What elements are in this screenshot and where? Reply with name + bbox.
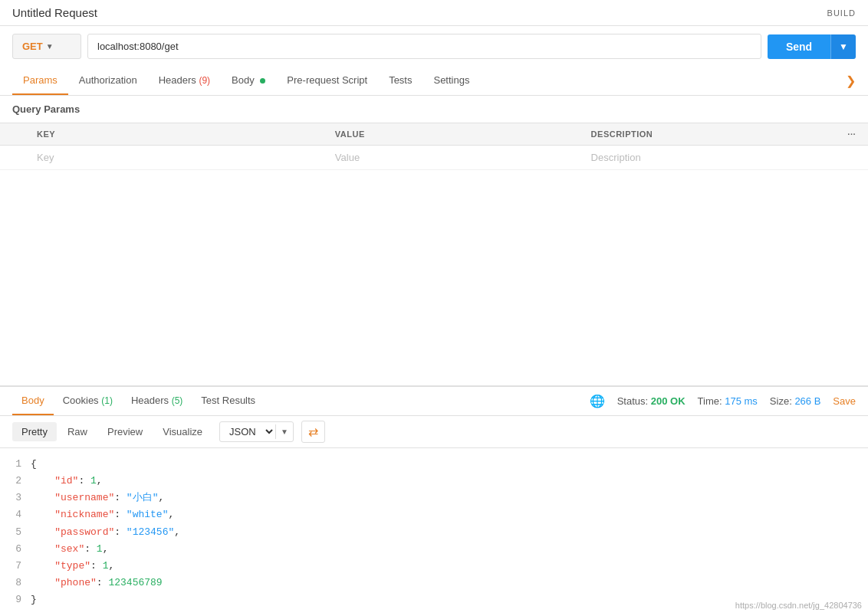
response-tab-headers[interactable]: Headers (5): [122, 387, 192, 415]
tab-settings[interactable]: Settings: [422, 67, 480, 95]
response-tab-testresults[interactable]: Test Results: [192, 387, 265, 415]
tab-body[interactable]: Body: [221, 67, 276, 95]
json-line-5: "password": "123456",: [31, 524, 868, 541]
col-desc-header: DESCRIPTION: [579, 123, 836, 146]
tab-headers[interactable]: Headers (9): [148, 67, 221, 95]
request-title: Untitled Request: [12, 6, 97, 19]
tab-authorization[interactable]: Authorization: [68, 67, 148, 95]
format-tab-preview[interactable]: Preview: [98, 422, 152, 441]
url-input[interactable]: [87, 34, 761, 59]
time-label: Time: 175 ms: [698, 395, 758, 407]
send-button-group: Send ▼: [768, 34, 856, 59]
format-tab-visualize[interactable]: Visualize: [153, 422, 212, 441]
tab-params[interactable]: Params: [12, 67, 68, 95]
response-status: 🌐 Status: 200 OK Time: 175 ms Size: 266 …: [590, 394, 856, 408]
col-value-header: VALUE: [323, 123, 579, 146]
size-value: 266 B: [794, 395, 820, 407]
size-label: Size: 266 B: [770, 395, 821, 407]
json-line-7: "type": 1,: [31, 558, 868, 575]
format-select-container: JSON XML HTML Text ▼: [219, 421, 294, 442]
globe-icon[interactable]: 🌐: [590, 394, 605, 408]
wrap-button[interactable]: ⇄: [301, 421, 325, 443]
value-cell[interactable]: Value: [323, 146, 579, 170]
format-tab-pretty[interactable]: Pretty: [12, 422, 57, 441]
status-value: 200 OK: [651, 395, 686, 407]
method-chevron-icon: ▼: [46, 42, 54, 51]
json-line-6: "sex": 1,: [31, 541, 868, 558]
json-line-1: {: [31, 456, 868, 473]
empty-area: [0, 170, 868, 385]
json-line-3: "username": "小白",: [31, 490, 868, 506]
query-params-title: Query Params: [0, 96, 868, 123]
response-tabs: Body Cookies (1) Headers (5) Test Result…: [0, 387, 868, 416]
response-tab-cookies[interactable]: Cookies (1): [54, 387, 122, 415]
request-tabs: Params Authorization Headers (9) Body Pr…: [0, 67, 868, 96]
tab-prerequest[interactable]: Pre-request Script: [276, 67, 378, 95]
desc-cell[interactable]: Description: [579, 146, 836, 170]
col-actions-header: ···: [835, 123, 868, 146]
url-bar: GET ▼ Send ▼: [0, 26, 868, 67]
format-tabs-row: Pretty Raw Preview Visualize JSON XML HT…: [0, 416, 868, 448]
time-value: 175 ms: [725, 395, 758, 407]
send-button[interactable]: Send: [768, 34, 830, 59]
key-cell[interactable]: Key: [25, 146, 323, 170]
table-row: Key Value Description: [0, 146, 868, 170]
format-select[interactable]: JSON XML HTML Text: [220, 422, 275, 441]
format-select-arrow-icon: ▼: [275, 424, 293, 439]
request-header: Untitled Request BUILD: [0, 0, 868, 26]
actions-cell: [835, 146, 868, 170]
col-checkbox: [0, 123, 25, 146]
line-numbers: 1 2 3 4 5 6 7 8 9: [0, 456, 31, 608]
row-checkbox-cell: [0, 146, 25, 170]
method-label: GET: [22, 41, 43, 52]
json-line-2: "id": 1,: [31, 473, 868, 490]
tabs-overflow[interactable]: ❯: [846, 74, 856, 88]
response-section: Body Cookies (1) Headers (5) Test Result…: [0, 385, 868, 616]
watermark: https://blog.csdn.net/jg_42804736: [735, 601, 862, 610]
col-key-header: KEY: [25, 123, 323, 146]
tab-tests[interactable]: Tests: [378, 67, 422, 95]
method-selector[interactable]: GET ▼: [12, 34, 81, 59]
json-line-4: "nickname": "white",: [31, 506, 868, 523]
send-dropdown-button[interactable]: ▼: [830, 34, 856, 59]
save-response-button[interactable]: Save: [833, 395, 856, 407]
response-tab-body[interactable]: Body: [12, 387, 54, 415]
json-lines: { "id": 1, "username": "小白", "nickname":…: [31, 456, 868, 608]
json-line-8: "phone": 123456789: [31, 575, 868, 591]
build-button[interactable]: BUILD: [827, 8, 856, 18]
json-response-body: 1 2 3 4 5 6 7 8 9 { "id": 1, "username":…: [0, 448, 868, 616]
params-table: KEY VALUE DESCRIPTION ··· Key Value Desc…: [0, 123, 868, 170]
status-label: Status: 200 OK: [617, 395, 686, 407]
format-tab-raw[interactable]: Raw: [58, 422, 97, 441]
